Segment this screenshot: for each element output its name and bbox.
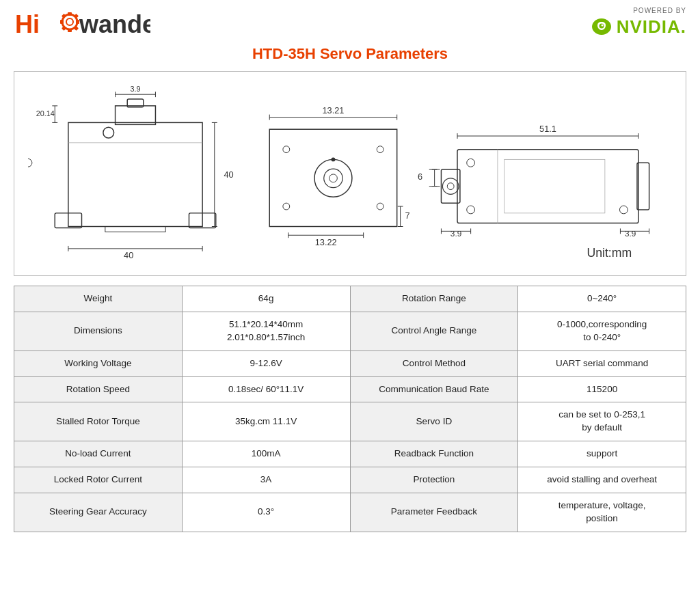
logo-svg: Hi wander (14, 7, 150, 38)
svg-point-48 (377, 146, 383, 153)
param-label-left: Rotation Speed (14, 376, 183, 402)
table-row: Stalled Rotor Torque35kg.cm 11.1VServo I… (14, 402, 686, 441)
param-label-right: Control Method (350, 351, 518, 376)
svg-rect-15 (116, 106, 156, 124)
svg-text:13.22: 13.22 (315, 237, 337, 247)
svg-point-50 (377, 203, 383, 210)
param-label-left: Locked Rotor Current (14, 467, 183, 493)
nvidia-logo: NVIDIA. (591, 16, 686, 38)
svg-text:7: 7 (405, 210, 409, 221)
nvidia-block: POWERED BY NVIDIA. (591, 7, 686, 38)
param-label-right: Parameter Feedback (350, 493, 518, 532)
svg-rect-59 (457, 150, 638, 223)
diagram-section: 40 40 3.9 20.14 13.21 (14, 71, 686, 276)
svg-text:wander: wander (79, 10, 150, 38)
param-value-left: 64g (182, 286, 350, 312)
svg-text:Unit:mm: Unit:mm (587, 246, 632, 260)
table-row: Steering Gear Accuracy0.3°Parameter Feed… (14, 493, 686, 532)
param-label-right: Readback Function (350, 441, 518, 467)
param-label-left: Stalled Rotor Torque (14, 402, 183, 441)
param-value-left: 9-12.6V (182, 351, 350, 376)
svg-text:13.21: 13.21 (323, 105, 345, 115)
param-value-right: 115200 (518, 376, 686, 402)
table-row: No-load Current100mAReadback Functionsup… (14, 441, 686, 467)
svg-text:3.9: 3.9 (625, 229, 636, 238)
svg-text:40: 40 (124, 250, 133, 260)
param-label-left: Dimensions (14, 312, 183, 351)
table-row: Locked Rotor Current3AProtectionavoid st… (14, 467, 686, 493)
svg-text:51.1: 51.1 (539, 124, 556, 134)
svg-text:20.14: 20.14 (36, 109, 55, 118)
nvidia-text: NVIDIA. (617, 16, 686, 38)
header: Hi wander POWERED BY (0, 0, 700, 41)
nvidia-eye-icon (591, 16, 612, 38)
hiwonder-logo: Hi wander (14, 7, 150, 38)
param-value-right: avoid stalling and overheat (518, 467, 686, 493)
svg-rect-19 (105, 227, 165, 232)
svg-rect-4 (68, 29, 72, 32)
param-value-left: 0.18sec/ 60°11.1V (182, 376, 350, 402)
svg-point-44 (324, 169, 342, 187)
svg-rect-5 (60, 20, 64, 24)
svg-point-13 (601, 25, 603, 27)
table-row: Working Voltage9-12.6VControl MethodUART… (14, 351, 686, 376)
param-label-left: Weight (14, 286, 183, 312)
svg-point-49 (283, 203, 290, 210)
param-label-right: Servo ID (350, 402, 518, 441)
param-value-left: 51.1*20.14*40mm 2.01*0.80*1.57inch (182, 312, 350, 351)
param-label-left: No-load Current (14, 441, 183, 467)
param-value-left: 3A (182, 467, 350, 493)
svg-text:3.9: 3.9 (131, 85, 141, 93)
svg-text:6: 6 (418, 171, 422, 182)
param-label-right: Control Angle Range (350, 312, 518, 351)
svg-point-43 (314, 159, 352, 197)
svg-text:40: 40 (224, 169, 234, 180)
svg-point-70 (467, 159, 475, 167)
param-value-right: 0-1000,corresponding to 0-240° (518, 312, 686, 351)
table-row: Weight64gRotation Range0~240° (14, 286, 686, 312)
param-label-right: Rotation Range (350, 286, 518, 312)
svg-rect-9 (62, 26, 66, 31)
svg-point-47 (283, 146, 290, 153)
svg-point-71 (28, 159, 32, 167)
svg-point-65 (442, 178, 459, 195)
page-title: HTD-35H Servo Parameters (0, 45, 700, 63)
table-row: Dimensions51.1*20.14*40mm 2.01*0.80*1.57… (14, 312, 686, 351)
svg-point-72 (467, 206, 475, 214)
powered-by-label: POWERED BY (591, 7, 686, 14)
param-value-right: temperature, voltage, position (518, 493, 686, 532)
svg-text:3.9: 3.9 (450, 229, 461, 238)
svg-text:Hi: Hi (15, 10, 40, 38)
servo-diagram-svg: 40 40 3.9 20.14 13.21 (28, 81, 672, 265)
param-value-right: UART serial command (518, 351, 686, 376)
svg-rect-69 (504, 159, 605, 213)
svg-point-66 (447, 183, 454, 190)
svg-rect-7 (62, 14, 66, 18)
svg-rect-14 (68, 122, 202, 226)
param-value-left: 35kg.cm 11.1V (182, 402, 350, 441)
param-label-right: Communication Baud Rate (350, 376, 518, 402)
svg-point-73 (619, 206, 628, 214)
param-value-left: 100mA (182, 441, 350, 467)
param-value-right: 0~240° (518, 286, 686, 312)
param-label-left: Steering Gear Accuracy (14, 493, 183, 532)
table-row: Rotation Speed0.18sec/ 60°11.1VCommunica… (14, 376, 686, 402)
svg-rect-8 (74, 14, 79, 18)
svg-point-2 (66, 18, 73, 25)
param-value-right: can be set to 0-253,1 by default (518, 402, 686, 441)
svg-point-21 (103, 127, 114, 138)
svg-rect-3 (68, 12, 72, 16)
param-value-left: 0.3° (182, 493, 350, 532)
svg-point-45 (329, 174, 338, 182)
svg-point-46 (332, 157, 336, 161)
params-table: Weight64gRotation Range0~240°Dimensions5… (14, 286, 686, 532)
param-value-right: support (518, 441, 686, 467)
param-label-right: Protection (350, 467, 518, 493)
param-label-left: Working Voltage (14, 351, 183, 376)
svg-rect-38 (269, 129, 396, 226)
